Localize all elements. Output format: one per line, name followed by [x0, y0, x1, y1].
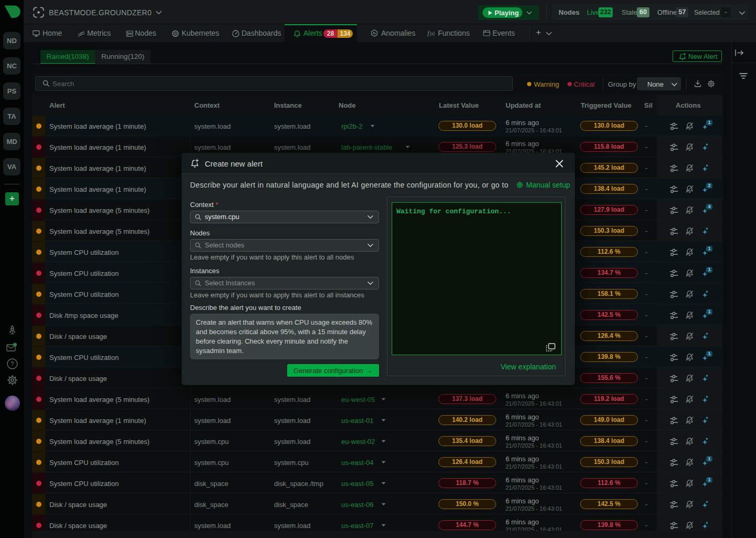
svg-text:?: ? — [10, 360, 14, 368]
svg-text:(x): (x) — [430, 31, 435, 36]
